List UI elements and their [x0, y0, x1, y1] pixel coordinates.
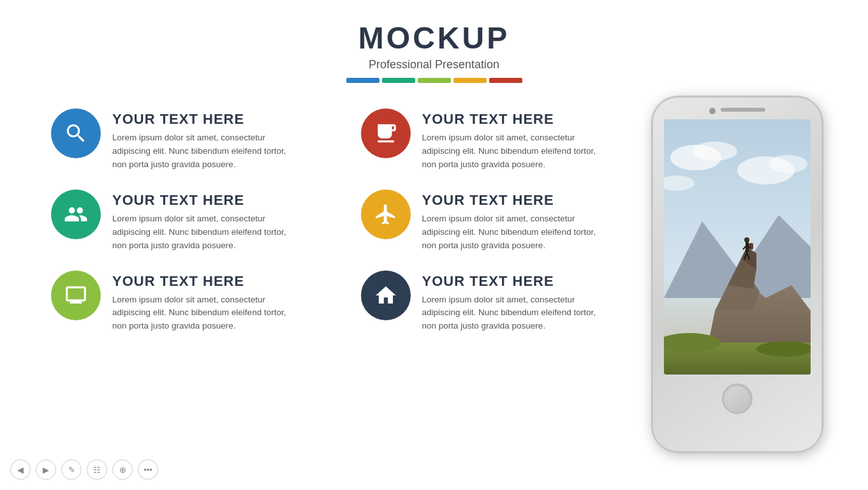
- feature-icon-coffee: [361, 108, 411, 158]
- svg-point-15: [744, 237, 749, 242]
- feature-heading-coffee: YOUR TEXT HERE: [422, 111, 601, 128]
- feature-text-team: YOUR TEXT HERE Lorem ipsum dolor sit ame…: [112, 189, 291, 253]
- feature-heading-monitor: YOUR TEXT HERE: [112, 273, 291, 290]
- svg-point-4: [769, 155, 807, 173]
- color-bar-blue: [346, 78, 379, 83]
- feature-text-plane: YOUR TEXT HERE Lorem ipsum dolor sit ame…: [422, 189, 601, 253]
- feature-body-coffee: Lorem ipsum dolor sit amet, consectetur …: [422, 131, 601, 172]
- feature-text-coffee: YOUR TEXT HERE Lorem ipsum dolor sit ame…: [422, 108, 601, 172]
- team-icon: [64, 202, 88, 226]
- toolbar-more-button[interactable]: •••: [138, 459, 158, 480]
- feature-icon-monitor: [51, 271, 101, 320]
- feature-icon-search: [51, 108, 101, 158]
- feature-icon-team: [51, 189, 101, 239]
- features-right-column: YOUR TEXT HERE Lorem ipsum dolor sit ame…: [361, 108, 652, 453]
- color-bar-red: [489, 78, 522, 83]
- toolbar-zoom-button[interactable]: ⊕: [112, 459, 133, 480]
- phone-screen-image: [664, 119, 811, 375]
- phone-home-button[interactable]: [722, 383, 753, 414]
- svg-rect-16: [749, 243, 753, 249]
- phone-screen: [664, 119, 811, 375]
- feature-icon-home: [361, 271, 411, 320]
- toolbar-grid-button[interactable]: ☷: [87, 459, 107, 480]
- feature-icon-plane: [361, 189, 411, 239]
- feature-heading-plane: YOUR TEXT HERE: [422, 192, 601, 209]
- features-container: YOUR TEXT HERE Lorem ipsum dolor sit ame…: [51, 108, 651, 453]
- color-bar-decoration: [0, 78, 868, 83]
- toolbar-edit-button[interactable]: ✎: [61, 459, 82, 480]
- feature-heading-team: YOUR TEXT HERE: [112, 192, 291, 209]
- feature-item-coffee: YOUR TEXT HERE Lorem ipsum dolor sit ame…: [361, 108, 652, 172]
- phone-outer-frame: [651, 96, 823, 453]
- search-icon: [64, 121, 88, 145]
- bottom-toolbar: ◀ ▶ ✎ ☷ ⊕ •••: [10, 459, 158, 480]
- feature-body-monitor: Lorem ipsum dolor sit amet, consectetur …: [112, 293, 291, 334]
- toolbar-next-button[interactable]: ▶: [36, 459, 56, 480]
- feature-body-plane: Lorem ipsum dolor sit amet, consectetur …: [422, 212, 601, 253]
- feature-item-team: YOUR TEXT HERE Lorem ipsum dolor sit ame…: [51, 189, 342, 253]
- feature-item-monitor: YOUR TEXT HERE Lorem ipsum dolor sit ame…: [51, 271, 342, 334]
- feature-item-home: YOUR TEXT HERE Lorem ipsum dolor sit ame…: [361, 271, 652, 334]
- phone-camera: [709, 108, 716, 114]
- feature-text-monitor: YOUR TEXT HERE Lorem ipsum dolor sit ame…: [112, 271, 291, 334]
- color-bar-lime: [418, 78, 451, 83]
- color-bar-green: [382, 78, 415, 83]
- color-bar-yellow: [453, 78, 487, 83]
- feature-heading-search: YOUR TEXT HERE: [112, 111, 291, 128]
- page-subtitle: Professional Presentation: [0, 58, 868, 71]
- feature-text-home: YOUR TEXT HERE Lorem ipsum dolor sit ame…: [422, 271, 601, 334]
- toolbar-prev-button[interactable]: ◀: [10, 459, 31, 480]
- feature-body-team: Lorem ipsum dolor sit amet, consectetur …: [112, 212, 291, 253]
- feature-item-search: YOUR TEXT HERE Lorem ipsum dolor sit ame…: [51, 108, 342, 172]
- home-icon: [374, 283, 398, 308]
- feature-body-home: Lorem ipsum dolor sit amet, consectetur …: [422, 293, 601, 334]
- page-title: MOCKUP: [0, 20, 868, 56]
- feature-item-plane: YOUR TEXT HERE Lorem ipsum dolor sit ame…: [361, 189, 652, 253]
- coffee-icon: [374, 121, 398, 145]
- main-content: YOUR TEXT HERE Lorem ipsum dolor sit ame…: [0, 89, 868, 453]
- phone-speaker: [721, 108, 765, 112]
- svg-point-2: [693, 142, 737, 161]
- feature-body-search: Lorem ipsum dolor sit amet, consectetur …: [112, 131, 291, 172]
- monitor-icon: [64, 283, 88, 308]
- features-left-column: YOUR TEXT HERE Lorem ipsum dolor sit ame…: [51, 108, 342, 453]
- plane-icon: [374, 202, 398, 226]
- phone-camera-row: [709, 108, 765, 114]
- feature-heading-home: YOUR TEXT HERE: [422, 273, 601, 290]
- phone-mockup-container: [651, 96, 830, 453]
- page-header: MOCKUP Professional Presentation: [0, 0, 868, 83]
- feature-text-search: YOUR TEXT HERE Lorem ipsum dolor sit ame…: [112, 108, 291, 172]
